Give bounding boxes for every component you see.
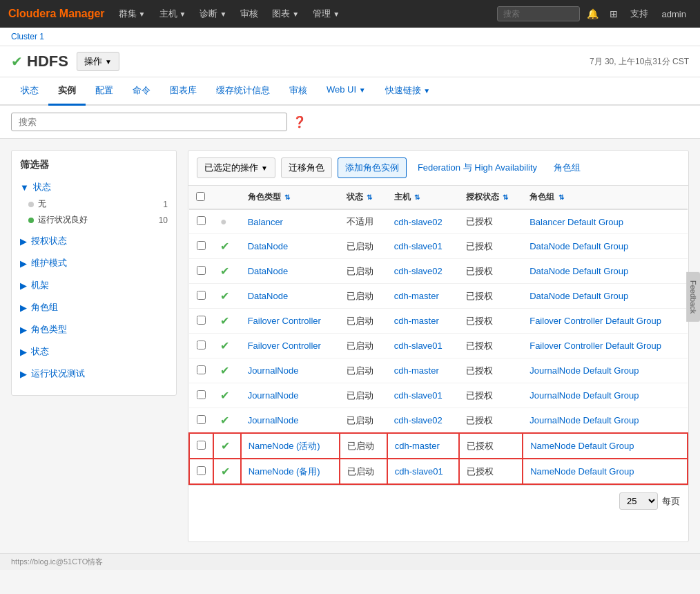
select-all-checkbox[interactable] <box>196 192 205 201</box>
row-checkbox[interactable] <box>197 291 206 300</box>
role-type-link[interactable]: JournalNode <box>248 365 299 376</box>
filter-item-none[interactable]: 无 1 <box>28 196 168 212</box>
host-link[interactable]: cdh-slave01 <box>395 466 443 477</box>
row-checkbox[interactable] <box>197 316 206 325</box>
filter-header-state[interactable]: ▶ 状态 <box>20 343 168 361</box>
nav-diagnostics[interactable]: 诊断 ▼ <box>194 5 232 23</box>
tab-audit[interactable]: 审核 <box>280 77 317 106</box>
tab-config[interactable]: 配置 <box>86 77 123 106</box>
role-type-link[interactable]: DataNode <box>248 266 289 276</box>
filter-header-status[interactable]: ▼ 状态 <box>20 178 168 196</box>
role-group-link[interactable]: DataNode Default Group <box>529 291 628 301</box>
filter-header-rolegroup[interactable]: ▶ 角色组 <box>20 298 168 316</box>
row-checkbox[interactable] <box>197 216 206 225</box>
nav-cluster[interactable]: 群集 ▼ <box>113 5 151 23</box>
role-group-link[interactable]: DataNode Default Group <box>529 266 628 276</box>
migrate-role-button[interactable]: 迁移角色 <box>281 157 332 178</box>
role-group-link[interactable]: Balancer Default Group <box>529 217 623 227</box>
role-group-link[interactable]: DataNode Default Group <box>529 241 628 251</box>
filter-header-maintenance[interactable]: ▶ 维护模式 <box>20 254 168 272</box>
th-host[interactable]: 主机 ⇅ <box>387 186 459 209</box>
federation-ha-link[interactable]: Federation 与 High Availability <box>412 158 543 178</box>
host-link[interactable]: cdh-slave01 <box>394 341 443 351</box>
row-checkbox-cell <box>189 408 213 434</box>
per-page-label: 每页 <box>662 495 680 508</box>
per-page-select[interactable]: 25 50 100 <box>619 492 658 510</box>
host-link[interactable]: cdh-slave02 <box>394 266 443 276</box>
add-role-button[interactable]: 添加角色实例 <box>338 157 407 178</box>
role-group-link[interactable]: Failover Controller Default Group <box>529 341 661 351</box>
row-checkbox[interactable] <box>197 390 206 399</box>
filter-header-roletype[interactable]: ▶ 角色类型 <box>20 320 168 338</box>
role-type-link[interactable]: Failover Controller <box>248 341 321 351</box>
host-link[interactable]: cdh-slave02 <box>394 217 443 227</box>
role-group-link[interactable]: NameNode Default Group <box>530 441 634 451</box>
tab-cache-stats[interactable]: 缓存统计信息 <box>206 77 280 106</box>
th-status[interactable]: 状态 ⇅ <box>340 186 387 209</box>
host-link[interactable]: cdh-master <box>394 291 439 301</box>
filter-item-healthy[interactable]: 运行状况良好 10 <box>28 212 168 228</box>
nav-user[interactable]: admin <box>657 6 692 22</box>
row-checkbox[interactable] <box>197 365 206 374</box>
nav-hosts[interactable]: 主机 ▼ <box>154 5 192 23</box>
row-status: 已启动 <box>340 433 387 459</box>
nav-charts[interactable]: 图表 ▼ <box>266 5 304 23</box>
nav-support[interactable]: 支持 <box>625 5 654 23</box>
row-checkbox[interactable] <box>197 415 206 424</box>
status-green-icon: ✔ <box>221 440 230 452</box>
grid-icon[interactable]: ⊞ <box>605 6 622 22</box>
row-checkbox[interactable] <box>197 466 206 475</box>
table-row: ✔ Failover Controller 已启动 cdh-slave01 已授… <box>189 334 688 358</box>
role-group-link[interactable]: JournalNode Default Group <box>529 415 639 425</box>
row-auth-status: 已授权 <box>459 234 523 259</box>
tab-webui[interactable]: Web UI ▼ <box>317 77 376 106</box>
th-auth-status[interactable]: 授权状态 ⇅ <box>459 186 523 209</box>
global-search-input[interactable] <box>497 6 580 21</box>
host-link[interactable]: cdh-slave01 <box>394 390 443 401</box>
host-link[interactable]: cdh-master <box>394 316 439 326</box>
host-link[interactable]: cdh-master <box>394 365 439 376</box>
host-link[interactable]: cdh-master <box>395 441 440 451</box>
action-button[interactable]: 操作 ▼ <box>77 52 119 71</box>
row-checkbox[interactable] <box>197 341 206 349</box>
selected-ops-button[interactable]: 已选定的操作 ▼ <box>197 157 275 178</box>
th-role-type[interactable]: 角色类型 ⇅ <box>241 186 340 209</box>
role-type-link[interactable]: DataNode <box>248 241 289 251</box>
help-icon[interactable]: ❓ <box>293 115 307 128</box>
search-input[interactable] <box>11 113 287 131</box>
tab-quicklinks[interactable]: 快速链接 ▼ <box>376 77 440 106</box>
host-link[interactable]: cdh-slave01 <box>394 241 443 251</box>
role-type-link[interactable]: Balancer <box>248 217 283 227</box>
role-group-link[interactable]: JournalNode Default Group <box>529 365 639 376</box>
nav-admin[interactable]: 管理 ▼ <box>307 5 345 23</box>
role-type-link[interactable]: DataNode <box>248 291 289 301</box>
row-status-icon-cell: ✔ <box>213 234 241 259</box>
filter-header-rack[interactable]: ▶ 机架 <box>20 276 168 294</box>
nav-audit[interactable]: 审核 <box>235 5 264 23</box>
row-checkbox[interactable] <box>197 441 206 450</box>
tab-status[interactable]: 状态 <box>11 77 48 106</box>
tab-charts[interactable]: 图表库 <box>160 77 206 106</box>
role-group-link[interactable]: 角色组 <box>548 158 586 178</box>
role-type-link[interactable]: JournalNode <box>248 390 299 401</box>
action-chevron-icon: ▼ <box>105 58 112 66</box>
th-role-group[interactable]: 角色组 ⇅ <box>523 186 688 209</box>
role-group-link[interactable]: Failover Controller Default Group <box>529 316 661 326</box>
feedback-tab[interactable]: Feedback <box>686 272 700 322</box>
row-checkbox[interactable] <box>197 266 206 275</box>
tab-instances[interactable]: 实例 <box>48 77 86 106</box>
role-type-link[interactable]: NameNode (备用) <box>249 466 320 477</box>
row-checkbox[interactable] <box>197 241 206 250</box>
notifications-icon[interactable]: 🔔 <box>583 6 603 22</box>
tab-commands[interactable]: 命令 <box>123 77 160 106</box>
host-link[interactable]: cdh-slave02 <box>394 415 443 425</box>
role-type-link[interactable]: JournalNode <box>248 415 299 425</box>
filter-header-auth[interactable]: ▶ 授权状态 <box>20 232 168 250</box>
row-role-type: JournalNode <box>241 358 340 383</box>
breadcrumb-link[interactable]: Cluster 1 <box>11 32 44 41</box>
role-group-link[interactable]: NameNode Default Group <box>530 466 634 477</box>
role-type-link[interactable]: Failover Controller <box>248 316 321 326</box>
role-group-link[interactable]: JournalNode Default Group <box>529 390 639 401</box>
role-type-link[interactable]: NameNode (活动) <box>249 441 320 451</box>
filter-header-health-test[interactable]: ▶ 运行状况测试 <box>20 365 168 383</box>
